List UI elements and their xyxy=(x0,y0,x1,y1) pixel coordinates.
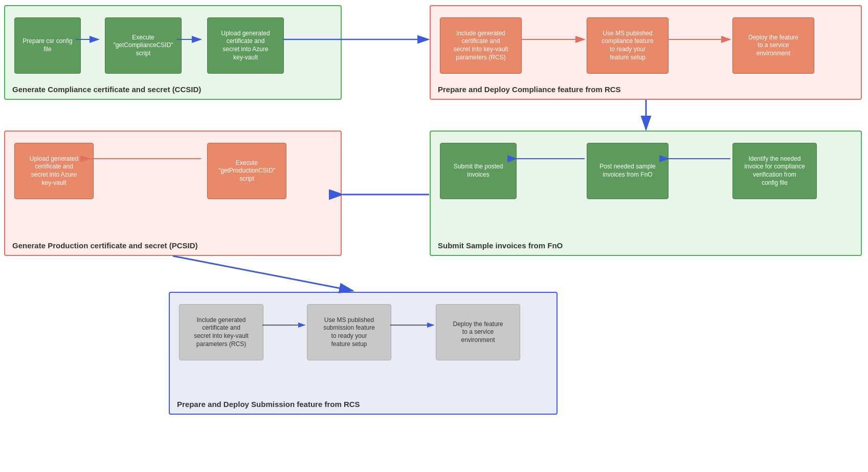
ccsid-title: Generate Compliance certificate and secr… xyxy=(12,85,201,94)
deploy-service-env-rcs-box: Deploy the featureto a serviceenvironmen… xyxy=(732,17,814,74)
prepare-csr-box: Prepare csr config file xyxy=(14,17,81,74)
prepare-deploy-rcs-title: Prepare and Deploy Compliance feature fr… xyxy=(438,85,621,94)
execute-production-csid-box: Execute"getProductionCSID"script xyxy=(207,143,286,199)
upload-cert-prod-box: Upload generatedcertificate andsecret in… xyxy=(14,143,94,199)
deploy-service-env-sub-box: Deploy the featureto a serviceenvironmen… xyxy=(436,304,520,360)
gen-production-title: Generate Production certificate and secr… xyxy=(12,241,198,250)
execute-compliance-csid-box: Execute"getComplianceCSID"script xyxy=(105,17,182,74)
ccsid-section: Prepare csr config file Execute"getCompl… xyxy=(4,5,342,100)
upload-cert-azure-box: Upload generatedcertificate andsecret in… xyxy=(207,17,284,74)
use-ms-compliance-box: Use MS publishedcompliance featureto rea… xyxy=(587,17,669,74)
prepare-deploy-submission-title: Prepare and Deploy Submission feature fr… xyxy=(177,400,360,409)
prepare-deploy-submission-section: Include generatedcertificate andsecret i… xyxy=(169,292,558,415)
include-cert-submission-box: Include generatedcertificate andsecret i… xyxy=(179,304,263,360)
prepare-deploy-rcs-section: Include generatedcertificate andsecret i… xyxy=(430,5,862,100)
submit-sample-section: Submit the postedinvoices Post needed sa… xyxy=(430,131,862,256)
use-ms-submission-box: Use MS publishedsubmission featureto rea… xyxy=(307,304,391,360)
post-sample-box: Post needed sampleinvoices from FnO xyxy=(587,143,669,199)
include-cert-rcs-box: Include generatedcertificate andsecret i… xyxy=(440,17,522,74)
submit-sample-title: Submit Sample invoices from FnO xyxy=(438,241,563,250)
gen-production-section: Upload generatedcertificate andsecret in… xyxy=(4,131,342,256)
identify-invoice-box: Identify the neededinvoice for complianc… xyxy=(732,143,817,199)
diagram-container: Prepare csr config file Execute"getCompl… xyxy=(0,0,868,472)
svg-line-14 xyxy=(173,256,353,291)
submit-posted-box: Submit the postedinvoices xyxy=(440,143,517,199)
